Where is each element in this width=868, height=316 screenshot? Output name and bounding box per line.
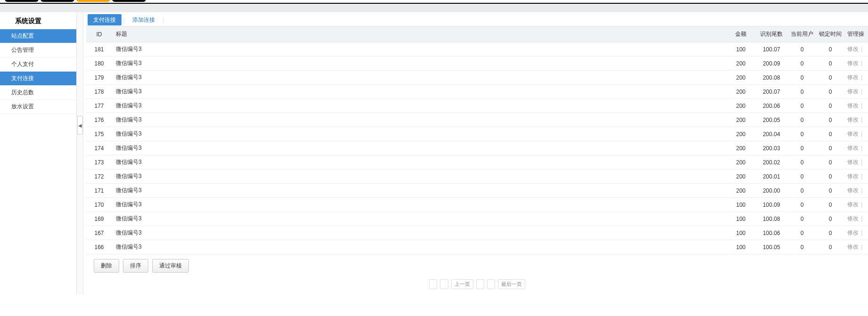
cell-title: 微信编号3 bbox=[112, 71, 727, 85]
sidebar-item[interactable]: 支付连接 bbox=[0, 72, 76, 86]
top-tab-active[interactable] bbox=[76, 0, 110, 2]
cell-tail: 200.09 bbox=[755, 57, 788, 71]
cell-lock: 0 bbox=[816, 99, 844, 113]
pager-next[interactable]: 最后一页 bbox=[498, 279, 525, 289]
sidebar-item[interactable]: 公告管理 bbox=[0, 43, 76, 57]
edit-link[interactable]: 修改 bbox=[847, 215, 859, 222]
sidebar-item-label: 放水设置 bbox=[11, 103, 34, 110]
op-separator: | bbox=[859, 46, 863, 52]
edit-link[interactable]: 修改 bbox=[847, 201, 859, 208]
approve-button[interactable]: 通过审核 bbox=[152, 259, 189, 273]
top-tab[interactable] bbox=[5, 0, 39, 2]
th-title: 标题 bbox=[112, 26, 727, 42]
pager-item[interactable] bbox=[440, 279, 448, 289]
top-tab[interactable] bbox=[112, 0, 146, 2]
op-separator: | bbox=[859, 159, 863, 165]
cell-amount: 200 bbox=[727, 85, 755, 99]
cell-lock: 0 bbox=[816, 212, 844, 226]
sidebar-item[interactable]: 历史总数 bbox=[0, 86, 76, 100]
main-panel: 支付连接|添加连接| ID 标题 金额 识别尾数 当前用户 锁定时间 管理操 bbox=[83, 12, 868, 295]
edit-link[interactable]: 修改 bbox=[847, 130, 859, 137]
cell-id: 167 bbox=[86, 226, 112, 240]
cell-tail: 200.02 bbox=[755, 155, 788, 170]
cell-ops: 修改 | bbox=[844, 99, 868, 113]
op-separator: | bbox=[859, 60, 863, 66]
cell-title: 微信编号3 bbox=[112, 212, 727, 226]
cell-ops: 修改 | bbox=[844, 155, 868, 170]
th-user: 当前用户 bbox=[788, 26, 816, 42]
edit-link[interactable]: 修改 bbox=[847, 88, 859, 95]
th-tail: 识别尾数 bbox=[755, 26, 788, 42]
table-row: 170微信编号3100100.0900修改 | bbox=[86, 198, 868, 212]
cell-tail: 100.05 bbox=[755, 240, 788, 254]
cell-id: 169 bbox=[86, 212, 112, 226]
tab-active[interactable]: 支付连接 bbox=[88, 14, 122, 25]
cell-ops: 修改 | bbox=[844, 141, 868, 155]
op-separator: | bbox=[859, 187, 863, 194]
op-separator: | bbox=[859, 74, 863, 81]
cell-user: 0 bbox=[788, 99, 816, 113]
sidebar-item[interactable]: 放水设置 bbox=[0, 100, 76, 114]
table-row: 174微信编号3200200.0300修改 | bbox=[86, 141, 868, 155]
cell-lock: 0 bbox=[816, 198, 844, 212]
cell-lock: 0 bbox=[816, 113, 844, 127]
edit-link[interactable]: 修改 bbox=[847, 60, 859, 66]
edit-link[interactable]: 修改 bbox=[847, 46, 859, 52]
pager-prev[interactable]: 上一页 bbox=[451, 279, 473, 289]
cell-id: 173 bbox=[86, 155, 112, 170]
sidebar-title: 系统设置 bbox=[0, 12, 76, 29]
cell-title: 微信编号3 bbox=[112, 113, 727, 127]
edit-link[interactable]: 修改 bbox=[847, 159, 859, 165]
cell-title: 微信编号3 bbox=[112, 184, 727, 198]
cell-user: 0 bbox=[788, 155, 816, 170]
th-amount: 金额 bbox=[727, 26, 755, 42]
op-separator: | bbox=[859, 88, 863, 95]
cell-lock: 0 bbox=[816, 240, 844, 254]
cell-tail: 200.01 bbox=[755, 170, 788, 184]
tab[interactable]: 添加连接 bbox=[127, 14, 161, 25]
cell-user: 0 bbox=[788, 71, 816, 85]
sort-button[interactable]: 排序 bbox=[123, 259, 148, 273]
pager-item[interactable] bbox=[487, 279, 495, 289]
edit-link[interactable]: 修改 bbox=[847, 74, 859, 81]
edit-link[interactable]: 修改 bbox=[847, 102, 859, 109]
sidebar-item[interactable]: 站点配置 bbox=[0, 29, 76, 43]
cell-ops: 修改 | bbox=[844, 198, 868, 212]
sidebar-item-label: 站点配置 bbox=[11, 32, 34, 39]
pager-item[interactable] bbox=[476, 279, 484, 289]
cell-title: 微信编号3 bbox=[112, 240, 727, 254]
edit-link[interactable]: 修改 bbox=[847, 187, 859, 194]
cell-lock: 0 bbox=[816, 57, 844, 71]
sidebar-item[interactable]: 个人支付 bbox=[0, 57, 76, 72]
edit-link[interactable]: 修改 bbox=[847, 229, 859, 236]
footer-actions: 删除 排序 通过审核 bbox=[86, 254, 868, 275]
cell-lock: 0 bbox=[816, 141, 844, 155]
table-row: 180微信编号3200200.0900修改 | bbox=[86, 57, 868, 71]
cell-title: 微信编号3 bbox=[112, 127, 727, 141]
cell-lock: 0 bbox=[816, 184, 844, 198]
delete-button[interactable]: 删除 bbox=[94, 259, 119, 273]
edit-link[interactable]: 修改 bbox=[847, 116, 859, 123]
th-lock: 锁定时间 bbox=[816, 26, 844, 42]
cell-ops: 修改 | bbox=[844, 113, 868, 127]
cell-user: 0 bbox=[788, 212, 816, 226]
table-row: 167微信编号3100100.0600修改 | bbox=[86, 226, 868, 240]
cell-amount: 200 bbox=[727, 155, 755, 170]
cell-amount: 100 bbox=[727, 226, 755, 240]
cell-lock: 0 bbox=[816, 42, 844, 57]
cell-title: 微信编号3 bbox=[112, 170, 727, 184]
cell-ops: 修改 | bbox=[844, 85, 868, 99]
table-row: 171微信编号3200200.0000修改 | bbox=[86, 184, 868, 198]
collapse-arrow-icon[interactable]: ◀ bbox=[77, 116, 83, 135]
edit-link[interactable]: 修改 bbox=[847, 173, 859, 179]
cell-ops: 修改 | bbox=[844, 57, 868, 71]
table-row: 178微信编号3200200.0700修改 | bbox=[86, 85, 868, 99]
cell-lock: 0 bbox=[816, 71, 844, 85]
top-tab[interactable] bbox=[41, 0, 74, 2]
edit-link[interactable]: 修改 bbox=[847, 145, 859, 151]
cell-amount: 100 bbox=[727, 212, 755, 226]
edit-link[interactable]: 修改 bbox=[847, 243, 859, 250]
table-row: 176微信编号3200200.0500修改 | bbox=[86, 113, 868, 127]
sidebar-item-label: 历史总数 bbox=[11, 89, 34, 96]
pager-item[interactable] bbox=[429, 279, 437, 289]
